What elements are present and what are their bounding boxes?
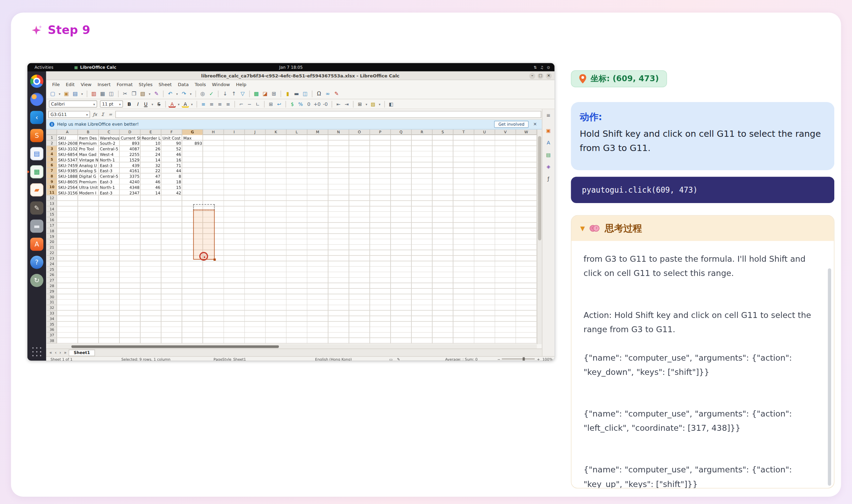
menu-item-format[interactable]: Format bbox=[114, 81, 135, 87]
activities-button[interactable]: Activities bbox=[35, 65, 53, 70]
thinking-header[interactable]: ▼ 思考过程 bbox=[571, 216, 834, 241]
cell-C8[interactable]: Central-5 bbox=[99, 174, 120, 179]
cell-C3[interactable]: Central-5 bbox=[99, 146, 120, 152]
cell-A2[interactable]: SKU-2608 bbox=[57, 141, 78, 146]
row-header-33[interactable]: 33 bbox=[47, 311, 57, 316]
select-all-corner[interactable] bbox=[47, 129, 57, 135]
prev-sheet-button[interactable]: ‹ bbox=[54, 350, 58, 355]
formula-input[interactable] bbox=[115, 111, 541, 118]
row-header-26[interactable]: 26 bbox=[47, 272, 57, 278]
align-top-icon[interactable]: ⌐ bbox=[238, 100, 245, 108]
row-header-37[interactable]: 37 bbox=[47, 333, 57, 338]
cell-D5[interactable]: 1529 bbox=[120, 157, 141, 162]
row-header-18[interactable]: 18 bbox=[47, 228, 57, 234]
cell-D9[interactable]: 4240 bbox=[120, 179, 141, 184]
underline-dropdown-icon[interactable]: ▾ bbox=[150, 100, 154, 108]
row-header-3[interactable]: 3 bbox=[47, 146, 57, 152]
chrome-icon[interactable] bbox=[30, 75, 43, 88]
cell-F2[interactable]: 90 bbox=[161, 141, 182, 146]
paste-icon[interactable]: ▧ bbox=[139, 90, 147, 98]
last-sheet-button[interactable]: » bbox=[63, 350, 68, 355]
cell-D10[interactable]: 4348 bbox=[120, 184, 141, 190]
borders-dropdown-icon[interactable]: ▾ bbox=[365, 100, 368, 108]
row-header-34[interactable]: 34 bbox=[47, 316, 57, 322]
cell-A6[interactable]: SKU-7459 bbox=[57, 162, 78, 168]
vertical-scrollbar[interactable] bbox=[537, 129, 542, 344]
cell-E5[interactable]: 14 bbox=[141, 157, 161, 162]
row-header-25[interactable]: 25 bbox=[47, 267, 57, 272]
status-language[interactable]: English (Hong Kong) bbox=[315, 357, 352, 361]
row-header-36[interactable]: 36 bbox=[47, 327, 57, 333]
horizontal-scrollbar[interactable] bbox=[47, 344, 537, 348]
freeze-panes-icon[interactable]: ◫ bbox=[301, 90, 309, 98]
zoom-slider-thumb[interactable] bbox=[523, 357, 525, 361]
row-header-15[interactable]: 15 bbox=[47, 212, 57, 217]
sort-descending-icon[interactable]: ↑ bbox=[230, 90, 238, 98]
borders-icon[interactable]: ⊞ bbox=[356, 100, 364, 108]
network-icon[interactable]: ⇅ bbox=[534, 65, 537, 69]
cell-B4[interactable]: Max Gad bbox=[78, 151, 99, 157]
column-header-F[interactable]: F bbox=[161, 129, 182, 135]
align-center-icon[interactable]: ≡ bbox=[208, 100, 215, 108]
cell-A11[interactable]: SKU-3156 bbox=[57, 190, 78, 195]
cell-F9[interactable]: 18 bbox=[161, 179, 182, 184]
justify-icon[interactable]: ≡ bbox=[225, 100, 232, 108]
name-box[interactable]: G3:G11 ▾ bbox=[48, 111, 90, 118]
column-header-P[interactable]: P bbox=[370, 129, 391, 135]
column-header-J[interactable]: J bbox=[245, 129, 266, 135]
cell-D8[interactable]: 3375 bbox=[120, 174, 141, 179]
save-dropdown-icon[interactable]: ▾ bbox=[80, 90, 84, 98]
zoom-slider[interactable] bbox=[502, 359, 535, 360]
row-header-31[interactable]: 31 bbox=[47, 300, 57, 305]
cell-A7[interactable]: SKU-9385 bbox=[57, 168, 78, 174]
cut-icon[interactable]: ✂ bbox=[121, 90, 129, 98]
insert-mode-icon[interactable]: ▭ bbox=[389, 357, 393, 361]
power-icon[interactable]: ⊙ bbox=[547, 65, 550, 69]
font-size-select[interactable]: 11 pt ▾ bbox=[100, 100, 123, 108]
cell-F1[interactable]: Unit Cost bbox=[161, 135, 182, 141]
add-decimal-icon[interactable]: +0 bbox=[314, 100, 321, 108]
row-header-23[interactable]: 23 bbox=[47, 256, 57, 261]
cell-A8[interactable]: SKU-1888 bbox=[57, 174, 78, 179]
copy-icon[interactable]: ❐ bbox=[130, 90, 138, 98]
align-left-icon[interactable]: ≡ bbox=[200, 100, 207, 108]
cell-F5[interactable]: 16 bbox=[161, 157, 182, 162]
row-header-16[interactable]: 16 bbox=[47, 217, 57, 223]
cell-C6[interactable]: East-3 bbox=[99, 162, 120, 168]
cell-C7[interactable]: East-3 bbox=[99, 168, 120, 174]
cell-F3[interactable]: 52 bbox=[161, 146, 182, 152]
sort-ascending-icon[interactable]: ↓ bbox=[221, 90, 229, 98]
column-header-Q[interactable]: Q bbox=[391, 129, 412, 135]
get-involved-button[interactable]: Get involved bbox=[494, 121, 529, 128]
equals-icon[interactable]: = bbox=[107, 111, 114, 117]
undo-icon[interactable]: ↶ bbox=[166, 90, 174, 98]
print-preview-icon[interactable]: ◫ bbox=[108, 90, 115, 98]
column-header-O[interactable]: O bbox=[349, 129, 370, 135]
cell-D11[interactable]: 2347 bbox=[120, 190, 141, 195]
column-header-W[interactable]: W bbox=[516, 129, 537, 135]
headers-footers-icon[interactable]: ▬ bbox=[293, 90, 300, 98]
window-titlebar[interactable]: libreoffice_calc_ca7b6f34-c952-4efc-8e51… bbox=[46, 72, 554, 80]
redo-icon[interactable]: ↷ bbox=[180, 90, 188, 98]
print-icon[interactable]: ▦ bbox=[99, 90, 107, 98]
draw-functions-icon[interactable]: ✎ bbox=[333, 90, 340, 98]
cell-E9[interactable]: 46 bbox=[141, 179, 161, 184]
save-icon[interactable]: ▤ bbox=[72, 90, 79, 98]
horizontal-scrollbar-thumb[interactable] bbox=[72, 345, 279, 348]
cell-A3[interactable]: SKU-3102 bbox=[57, 146, 78, 152]
menu-item-edit[interactable]: Edit bbox=[63, 81, 77, 87]
cell-E10[interactable]: 46 bbox=[141, 184, 161, 190]
autofilter-icon[interactable]: ▽ bbox=[239, 90, 247, 98]
new-dropdown-icon[interactable]: ▾ bbox=[58, 90, 61, 98]
row-header-27[interactable]: 27 bbox=[47, 278, 57, 283]
row-header-28[interactable]: 28 bbox=[47, 283, 57, 289]
row-header-17[interactable]: 17 bbox=[47, 223, 57, 228]
gimp-icon[interactable]: ✎ bbox=[30, 201, 43, 215]
cell-B9[interactable]: Premium bbox=[78, 179, 99, 184]
functions-icon[interactable]: ƒ bbox=[545, 175, 552, 183]
row-header-30[interactable]: 30 bbox=[47, 294, 57, 300]
undo-dropdown-icon[interactable]: ▾ bbox=[175, 90, 179, 98]
delete-decimal-icon[interactable]: -0 bbox=[322, 100, 329, 108]
row-header-7[interactable]: 7 bbox=[47, 168, 57, 174]
redo-dropdown-icon[interactable]: ▾ bbox=[189, 90, 193, 98]
